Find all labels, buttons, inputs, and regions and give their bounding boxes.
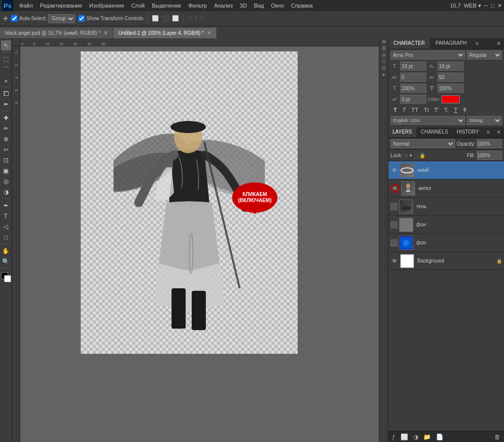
tab-close-2[interactable]: ✕ xyxy=(207,30,211,36)
menu-view[interactable]: Вид xyxy=(251,2,267,10)
pen-tool[interactable]: ✒ xyxy=(1,201,11,211)
panel-icon-4[interactable]: ⬡ xyxy=(382,59,386,64)
allcaps-btn[interactable]: TT xyxy=(409,106,420,114)
panel-icon-6[interactable]: ♦ xyxy=(382,72,385,77)
lock-transparent-icon[interactable]: □ xyxy=(405,153,408,158)
superscript-btn[interactable]: T' xyxy=(432,106,441,114)
tab-layers[interactable]: LAYERS xyxy=(388,127,417,138)
history-brush[interactable]: ↩ xyxy=(1,145,11,155)
align-left-icon[interactable]: ⬜ xyxy=(152,15,159,22)
char-panel-menu[interactable]: ≡ xyxy=(472,38,481,49)
fill-input[interactable] xyxy=(477,151,502,160)
layer-fon1-vis-check[interactable] xyxy=(390,221,398,228)
lock-all-icon[interactable]: 🔒 xyxy=(419,153,425,158)
layer-nimb[interactable]: 👁 нимб xyxy=(388,161,504,179)
path-select[interactable]: ◁ xyxy=(1,222,11,232)
menu-layer[interactable]: Слой xyxy=(128,2,148,10)
lock-image-icon[interactable]: ✦ xyxy=(409,153,413,158)
bold-btn[interactable]: T xyxy=(391,106,399,114)
layer-fon1[interactable]: фон xyxy=(388,216,504,234)
gradient-tool[interactable]: ▣ xyxy=(1,166,11,176)
shape-tool[interactable]: □ xyxy=(1,232,11,242)
opacity-input[interactable] xyxy=(477,139,502,148)
tab-untitled[interactable]: Untitled-1 @ 100% (Layer 4, RGB/8) * ✕ xyxy=(114,27,217,38)
blur-tool[interactable]: ◎ xyxy=(1,176,11,186)
background-color[interactable] xyxy=(4,275,11,282)
layers-panel-close[interactable]: ✕ xyxy=(493,127,504,138)
layer-angel-visibility[interactable]: 👁 xyxy=(390,184,400,193)
menu-analysis[interactable]: Анализ xyxy=(211,2,236,10)
restore-btn[interactable]: □ xyxy=(491,3,494,9)
auto-select-checkbox[interactable]: Auto-Select: Group Layer xyxy=(11,14,75,23)
panel-icon-5[interactable]: ⊡ xyxy=(382,66,386,71)
magic-wand-tool[interactable]: ⁎ xyxy=(1,75,11,85)
menu-filter[interactable]: Фильтр xyxy=(185,2,210,10)
tab-black-angel[interactable]: black.angel.psd @ 16,7% (нимб, RGB/8) * … xyxy=(0,27,114,38)
underline-btn[interactable]: T xyxy=(452,106,460,114)
workspace-select[interactable]: WEB ▾ xyxy=(464,3,481,9)
tab-history[interactable]: HISTORY xyxy=(453,127,483,138)
crop-tool[interactable]: ⧠ xyxy=(1,89,11,99)
align-center-icon[interactable]: ⬛ xyxy=(162,15,169,22)
lasso-tool[interactable]: ⌒ xyxy=(1,65,11,75)
align-right-icon[interactable]: ⬜ xyxy=(172,15,179,22)
layer-fon2-vis-check[interactable] xyxy=(390,239,398,246)
zoom-tool[interactable]: 🔍 xyxy=(1,257,11,267)
menu-edit[interactable]: Редактирование xyxy=(37,2,85,10)
layer-background[interactable]: 👁 Background 🔒 xyxy=(388,252,504,270)
eraser-tool[interactable]: ⊡ xyxy=(1,155,11,165)
layer-style-btn[interactable]: ƒ xyxy=(390,433,397,441)
layer-shadow-vis-check[interactable] xyxy=(390,203,398,210)
subscript-btn[interactable]: T, xyxy=(442,106,451,114)
panel-icon-1[interactable]: ⚙ xyxy=(382,39,386,44)
antialias-select[interactable]: Strong Smooth Sharp xyxy=(467,116,502,125)
layer-mask-btn[interactable]: ⬜ xyxy=(399,433,410,441)
tab-close-1[interactable]: ✕ xyxy=(103,30,108,36)
blend-mode-select[interactable]: Normal xyxy=(390,139,455,148)
menu-3d[interactable]: 3D xyxy=(237,2,250,10)
strikethrough-btn[interactable]: T xyxy=(461,106,469,114)
marquee-tool[interactable]: ⬚ xyxy=(1,54,11,64)
brush-tool[interactable]: ✏ xyxy=(1,123,11,134)
new-group-btn[interactable]: 📁 xyxy=(422,433,432,441)
tracking-input[interactable] xyxy=(437,73,464,82)
layers-panel-menu[interactable]: ≡ xyxy=(483,127,492,138)
type-tool[interactable]: T xyxy=(1,211,11,221)
color-swatches[interactable] xyxy=(1,272,11,282)
menu-window[interactable]: Окно xyxy=(268,2,287,10)
panel-icon-2[interactable]: ☰ xyxy=(382,46,386,51)
distribute-icon[interactable]: ⋮⋮⋮ xyxy=(188,15,204,22)
kerning-input[interactable] xyxy=(400,73,426,82)
font-size-input[interactable] xyxy=(400,61,426,71)
move-tool[interactable]: ↖ xyxy=(1,40,11,50)
scale-h-input[interactable] xyxy=(437,84,464,93)
hand-tool[interactable]: ✋ xyxy=(1,246,11,256)
minimize-btn[interactable]: ─ xyxy=(484,3,488,9)
healing-tool[interactable]: ✚ xyxy=(1,113,11,123)
smallcaps-btn[interactable]: Tt xyxy=(422,106,431,114)
font-family-select[interactable]: Arno Pro xyxy=(390,50,465,59)
new-adjustment-btn[interactable]: ◑ xyxy=(412,433,420,441)
layer-nimb-visibility[interactable]: 👁 xyxy=(390,166,399,174)
layer-fon2[interactable]: фон xyxy=(388,234,504,252)
layer-background-visibility[interactable]: 👁 xyxy=(390,257,399,265)
baseline-input[interactable] xyxy=(400,95,426,104)
italic-btn[interactable]: T xyxy=(401,106,408,114)
menu-file[interactable]: Файл xyxy=(16,2,36,10)
menu-help[interactable]: Справка xyxy=(288,2,316,10)
menu-select[interactable]: Выделение xyxy=(149,2,184,10)
panel-icon-3[interactable]: ◎ xyxy=(382,52,386,57)
tab-paragraph[interactable]: PARAGRAPH xyxy=(430,38,472,49)
menu-image[interactable]: Изображение xyxy=(86,2,127,10)
char-panel-close[interactable]: ✕ xyxy=(493,38,504,49)
layer-shadow[interactable]: тень xyxy=(388,198,504,216)
eyedropper-tool[interactable]: ✒ xyxy=(1,99,11,109)
delete-layer-btn[interactable]: 🗑 xyxy=(493,433,502,441)
tab-channels[interactable]: CHANNELS xyxy=(417,127,453,138)
layer-angel[interactable]: 👁 ангел xyxy=(388,179,504,198)
language-select[interactable]: English: USA xyxy=(390,116,465,125)
font-style-select[interactable]: Regular xyxy=(467,50,502,59)
lock-position-icon[interactable]: ⬚ xyxy=(414,153,418,158)
leading-input[interactable] xyxy=(437,61,464,71)
scale-v-input[interactable] xyxy=(400,84,426,93)
